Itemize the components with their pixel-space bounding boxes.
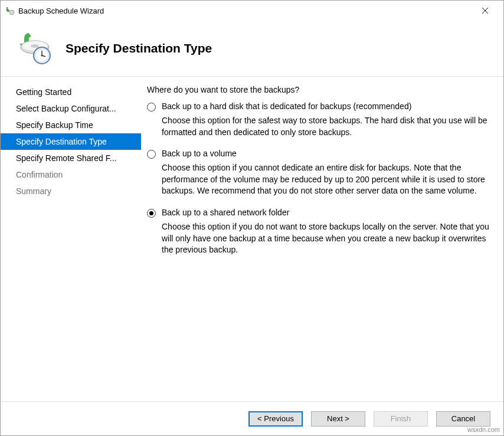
radio-network-folder[interactable] (147, 209, 156, 218)
cancel-button[interactable]: Cancel (436, 411, 490, 427)
app-icon (5, 6, 15, 15)
titlebar: Backup Schedule Wizard (1, 1, 503, 21)
content-question: Where do you want to store the backups? (147, 85, 490, 94)
wizard-header: Specify Destination Type (1, 21, 503, 77)
option-description: Choose this option if you cannot dedicat… (162, 162, 490, 197)
option-dedicated-disk: Back up to a hard disk that is dedicated… (147, 101, 490, 138)
next-button[interactable]: Next > (311, 411, 365, 427)
sidebar-item-specify-backup-time[interactable]: Specify Backup Time (1, 117, 141, 133)
window-title: Backup Schedule Wizard (18, 6, 472, 15)
close-button[interactable] (472, 2, 499, 19)
sidebar-item-confirmation: Confirmation (1, 166, 141, 183)
radio-volume[interactable] (147, 150, 156, 159)
radio-dedicated-disk[interactable] (147, 103, 156, 112)
finish-button: Finish (374, 411, 428, 427)
page-title: Specify Destination Type (66, 41, 212, 55)
wizard-footer: < Previous Next > Finish Cancel (1, 401, 503, 435)
sidebar-item-getting-started[interactable]: Getting Started (1, 84, 141, 100)
option-label[interactable]: Back up to a shared network folder (162, 208, 289, 217)
svg-point-10 (41, 55, 43, 57)
sidebar-item-summary: Summary (1, 183, 141, 199)
sidebar-item-specify-destination-type[interactable]: Specify Destination Type (1, 133, 141, 150)
wizard-content: Where do you want to store the backups? … (141, 77, 503, 401)
option-label[interactable]: Back up to a volume (162, 149, 237, 158)
sidebar-item-select-backup-config[interactable]: Select Backup Configurat... (1, 100, 141, 117)
previous-button[interactable]: < Previous (248, 411, 303, 427)
svg-point-0 (9, 10, 14, 15)
close-icon (482, 8, 488, 14)
sidebar-item-specify-remote-shared[interactable]: Specify Remote Shared F... (1, 150, 141, 166)
wizard-window: Backup Schedule Wizard Specify Destinati… (0, 0, 504, 436)
watermark: wsxdn.com (467, 426, 500, 433)
svg-point-5 (31, 44, 39, 48)
option-volume: Back up to a volume Choose this option i… (147, 149, 490, 197)
wizard-steps-sidebar: Getting Started Select Backup Configurat… (1, 77, 141, 401)
option-description: Choose this option if you do not want to… (162, 221, 490, 256)
option-description: Choose this option for the safest way to… (162, 115, 490, 138)
backup-clock-icon (12, 31, 54, 66)
option-network-folder: Back up to a shared network folder Choos… (147, 208, 490, 256)
option-label[interactable]: Back up to a hard disk that is dedicated… (162, 101, 411, 111)
wizard-body: Getting Started Select Backup Configurat… (1, 77, 503, 401)
